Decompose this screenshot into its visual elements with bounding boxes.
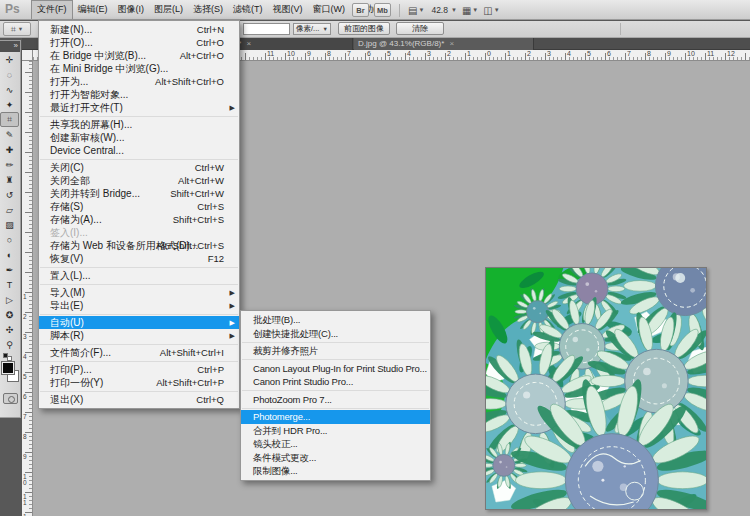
menu-item[interactable]: 置入(L)... [39,269,239,282]
menu-item[interactable]: 打开为...Alt+Shift+Ctrl+O [39,75,239,88]
gradient-tool-icon[interactable]: ▨ [0,217,19,232]
menubar-item-edit[interactable]: 编辑(E) [73,0,113,19]
arrange-documents-dropdown[interactable]: ▦ ▼ [462,5,478,16]
menu-item[interactable]: 创建快捷批处理(C)... [241,327,430,341]
brush-tool-icon[interactable]: ✏ [0,157,19,172]
submenu-arrow-icon: ▶ [230,316,235,329]
clear-button[interactable]: 清除 [396,22,444,35]
menu-item-label: Photomerge... [253,411,310,422]
menubar-item-image[interactable]: 图像(I) [113,0,150,19]
crop-tool-preset-picker[interactable]: ⌗ ▼ [3,22,31,36]
lasso-tool-icon[interactable]: ∿ [0,82,19,97]
menu-item[interactable]: 退出(X)Ctrl+Q [39,393,239,406]
canvas-image[interactable] [485,267,707,510]
blur-tool-icon[interactable]: ○ [0,232,19,247]
menubar-item-file[interactable]: 文件(F) [31,0,73,19]
menu-item[interactable]: 文件简介(F)...Alt+Shift+Ctrl+I [39,346,239,359]
menu-item[interactable]: PhotoZoom Pro 7... [241,393,430,407]
menu-item[interactable]: 关闭并转到 Bridge...Shift+Ctrl+W [39,187,239,200]
shape-tool-icon[interactable]: ✪ [0,307,19,322]
ruler-number: 6 [607,50,611,57]
menu-item[interactable]: 在 Mini Bridge 中浏览(G)... [39,62,239,75]
crop-tool-icon[interactable]: ⌗ [0,112,19,127]
tools-panel-collapse[interactable]: » [0,41,20,52]
launch-mini-bridge-button[interactable]: Mb [374,3,391,17]
menu-item[interactable]: 打开为智能对象... [39,88,239,101]
chevron-down-icon: ▼ [472,7,478,13]
screen-mode-dropdown[interactable]: ◫ ▼ [483,5,499,16]
quick-selection-tool-icon[interactable]: ✦ [0,97,19,112]
menu-item-photomerge[interactable]: Photomerge... [241,410,430,424]
ruler-number: 6 [23,394,27,400]
menu-item[interactable]: 新建(N)...Ctrl+N [39,23,239,36]
menu-item[interactable]: 共享我的屏幕(H)... [39,118,239,131]
menu-separator [242,408,429,409]
menu-item-automate[interactable]: 自动(U)▶ [39,316,239,329]
menu-item-shortcut: Alt+Shift+Ctrl+S [156,239,224,252]
move-tool-icon[interactable]: ✛ [0,52,19,67]
menubar-item-window[interactable]: 窗口(W) [308,0,351,19]
type-tool-icon[interactable]: T [0,277,19,292]
menu-item[interactable]: 打开(O)...Ctrl+O [39,36,239,49]
menu-item[interactable]: 关闭全部Alt+Ctrl+W [39,174,239,187]
menu-item[interactable]: 脚本(R)▶ [39,329,239,342]
menu-item[interactable]: 批处理(B)... [241,313,430,327]
menu-item[interactable]: 创建新审核(W)... [39,131,239,144]
menubar-item-view[interactable]: 视图(V) [268,0,308,19]
resolution-unit-dropdown[interactable]: 像素/... ▼ [293,23,331,35]
zoom-tool-icon[interactable]: ⚲ [0,337,19,352]
menu-item-shortcut: Shift+Ctrl+W [170,187,224,200]
healing-brush-tool-icon[interactable]: ✚ [0,142,19,157]
menu-item[interactable]: 条件模式更改... [241,451,430,465]
resolution-field[interactable] [243,23,290,35]
hand-tool-icon[interactable]: ✣ [0,322,19,337]
chevron-down-icon: ▼ [451,7,457,13]
menu-item[interactable]: 存储(S)Ctrl+S [39,200,239,213]
menu-item[interactable]: Canon Layout Plug-In for Print Studio Pr… [241,362,430,376]
menu-item[interactable]: 恢复(V)F12 [39,252,239,265]
document-tab-2[interactable]: D.jpg @ 43.1%(RGB/8)*× [354,38,534,50]
menubar-item-layer[interactable]: 图层(L) [149,0,188,19]
menu-item[interactable]: 在 Bridge 中浏览(B)...Alt+Ctrl+O [39,49,239,62]
menu-item[interactable]: 打印(P)...Ctrl+P [39,363,239,376]
menu-item-label: Canon Print Studio Pro... [253,376,353,387]
menu-item[interactable]: Canon Print Studio Pro... [241,375,430,389]
pen-tool-icon[interactable]: ✒ [0,262,19,277]
menu-item[interactable]: Device Central... [39,144,239,157]
menu-separator [242,359,429,360]
menu-item[interactable]: 合并到 HDR Pro... [241,424,430,438]
photoshop-logo: Ps [5,2,20,16]
tab-close-icon[interactable]: × [246,39,251,48]
menu-item[interactable]: 裁剪并修齐照片 [241,344,430,358]
clone-stamp-tool-icon[interactable]: ♜ [0,172,19,187]
menubar-item-select[interactable]: 选择(S) [188,0,228,19]
foreground-background-swatches[interactable] [0,361,20,387]
divider [620,23,621,35]
launch-bridge-button[interactable]: Br [352,3,369,17]
menu-item[interactable]: 存储为 Web 和设备所用格式(D)...Alt+Shift+Ctrl+S [39,239,239,252]
menu-item-shortcut: Alt+Shift+Ctrl+P [156,376,224,389]
menu-item[interactable]: 最近打开文件(T)▶ [39,101,239,114]
arrange-documents-icon: ▦ [462,5,471,16]
menu-item[interactable]: 导入(M)▶ [39,286,239,299]
default-swatches-icon[interactable] [0,352,20,361]
eraser-tool-icon[interactable]: ▱ [0,202,19,217]
menu-item[interactable]: 签入(I)... [39,226,239,239]
menu-item[interactable]: 镜头校正... [241,437,430,451]
menu-item[interactable]: 导出(E)▶ [39,299,239,312]
menu-item[interactable]: 限制图像... [241,464,430,478]
menu-item[interactable]: 关闭(C)Ctrl+W [39,161,239,174]
dodge-tool-icon[interactable]: ◐ [0,247,19,262]
tab-close-icon[interactable]: × [449,39,454,48]
view-extras-dropdown[interactable]: ▤ ▼ [408,5,424,16]
path-selection-tool-icon[interactable]: ▷ [0,292,19,307]
menubar-item-filter[interactable]: 滤镜(T) [228,0,268,19]
front-image-button[interactable]: 前面的图像 [338,22,390,35]
menu-item[interactable]: 打印一份(Y)Alt+Shift+Ctrl+P [39,376,239,389]
zoom-level-dropdown[interactable]: 42.8 ▼ [429,5,457,15]
eyedropper-tool-icon[interactable]: ✎ [0,127,19,142]
quick-mask-button[interactable] [3,393,18,404]
history-brush-tool-icon[interactable]: ↺ [0,187,19,202]
menu-item[interactable]: 存储为(A)...Shift+Ctrl+S [39,213,239,226]
marquee-tool-icon[interactable]: ◌ [0,67,19,82]
